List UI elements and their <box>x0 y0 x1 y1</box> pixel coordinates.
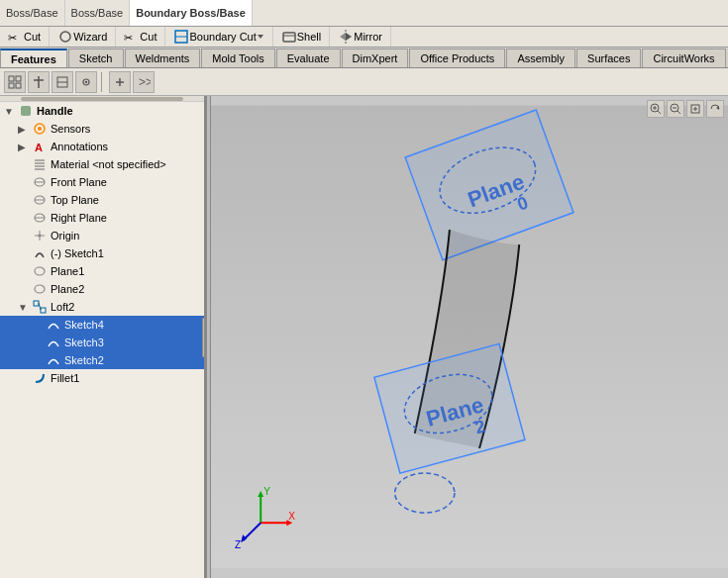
tab-office-products[interactable]: Office Products <box>409 48 505 67</box>
annotations-icon: A <box>32 140 48 153</box>
svg-rect-24 <box>21 106 31 116</box>
collapse-icon <box>55 75 69 89</box>
sketch4-icon <box>46 318 61 332</box>
zoom-fit-icon <box>689 103 701 115</box>
zoom-fit-btn[interactable] <box>686 100 704 118</box>
toolbar-boundary-cut[interactable]: Boundary Cut <box>165 27 272 47</box>
more-btn[interactable]: >> <box>133 71 155 93</box>
svg-text:Y: Y <box>263 486 270 497</box>
tree-expand-all-btn[interactable] <box>4 71 26 93</box>
sketch1-icon <box>32 246 48 260</box>
cut-icon: ✂ <box>8 29 24 45</box>
rotate-icon <box>709 103 721 115</box>
material-icon <box>32 157 48 171</box>
toolbar-wizard[interactable]: Wizard <box>50 27 116 47</box>
svg-rect-6 <box>283 33 295 42</box>
tree-item-sketch2[interactable]: Sketch2 <box>0 351 204 369</box>
feature-tree-panel: ▼ Handle ▶ Sensors ▶ A Annotations <box>0 96 206 578</box>
expand-handle-btn[interactable]: ▼ <box>4 106 18 117</box>
wizard-icon <box>57 29 73 45</box>
top-plane-icon <box>32 193 48 207</box>
zoom-out-btn[interactable] <box>667 100 684 118</box>
tree-item-plane1[interactable]: Plane1 <box>0 262 204 280</box>
tree-item-sensors[interactable]: ▶ Sensors <box>0 120 204 138</box>
expand-all-icon <box>8 75 22 89</box>
svg-text:✂: ✂ <box>8 32 17 44</box>
svg-line-72 <box>677 111 680 114</box>
collapse-btn[interactable] <box>52 71 73 93</box>
svg-rect-44 <box>41 308 46 313</box>
svg-point-20 <box>85 80 87 82</box>
boundary-cut-icon <box>173 29 189 45</box>
cross-btn[interactable] <box>109 71 131 93</box>
svg-marker-76 <box>716 106 719 110</box>
tree-item-plane2[interactable]: Plane2 <box>0 280 204 298</box>
svg-rect-11 <box>9 76 14 81</box>
svg-point-40 <box>39 235 42 238</box>
tree-item-fillet1[interactable]: Fillet1 <box>0 369 204 387</box>
breadcrumb-boss-base-2[interactable]: Boss/Base <box>65 0 131 26</box>
svg-line-69 <box>658 111 661 114</box>
title-bar: Boss/Base Boss/Base Boundary Boss/Base <box>0 0 728 27</box>
svg-text:>>: >> <box>139 75 151 89</box>
toolbar-mirror[interactable]: Mirror <box>330 27 391 47</box>
tab-assembly[interactable]: Assembly <box>506 48 575 67</box>
tree-item-top-plane[interactable]: Top Plane <box>0 191 204 209</box>
svg-text:A: A <box>35 142 43 153</box>
svg-rect-43 <box>34 301 39 306</box>
tab-features[interactable]: Features <box>0 48 67 67</box>
svg-text:✂: ✂ <box>124 32 133 44</box>
zoom-in-btn[interactable] <box>647 100 665 118</box>
toolbar-shell[interactable]: Shell <box>273 27 330 47</box>
svg-marker-10 <box>346 33 352 41</box>
expand-annotations-btn[interactable]: ▶ <box>18 142 32 152</box>
tree-item-sketch3[interactable]: Sketch3 <box>0 334 204 351</box>
tab-mold-tools[interactable]: Mold Tools <box>201 48 274 67</box>
more-icon: >> <box>137 75 151 89</box>
svg-text:X: X <box>288 511 295 522</box>
pin-btn[interactable] <box>28 71 50 93</box>
svg-point-41 <box>35 267 45 275</box>
fillet1-icon <box>32 371 48 385</box>
toolbar-cut[interactable]: ✂ Cut <box>0 27 50 47</box>
tab-dimxpert[interactable]: DimXpert <box>342 48 409 67</box>
svg-rect-14 <box>16 83 21 88</box>
tree-item-origin[interactable]: Origin <box>0 227 204 244</box>
gear-icon <box>79 75 93 89</box>
svg-rect-13 <box>9 83 14 88</box>
tree-item-handle[interactable]: ▼ Handle <box>0 102 204 120</box>
cross-icon <box>113 75 127 89</box>
panel-collapse-btn[interactable]: ◀ <box>202 318 206 357</box>
mirror-icon <box>338 29 354 45</box>
tree-item-right-plane[interactable]: Right Plane <box>0 209 204 227</box>
breadcrumb-boss-base-1[interactable]: Boss/Base <box>0 0 65 26</box>
tab-circuitworks[interactable]: CircuitWorks <box>642 48 725 67</box>
shell-icon <box>281 29 297 45</box>
gear-btn[interactable] <box>75 71 97 93</box>
tab-surfaces[interactable]: Surfaces <box>576 48 641 67</box>
expand-loft2-btn[interactable]: ▼ <box>18 302 32 313</box>
plane2-icon <box>32 282 48 296</box>
tree-item-sketch4[interactable]: Sketch4 <box>0 316 204 334</box>
tree-item-annotations[interactable]: ▶ A Annotations <box>0 138 204 155</box>
tree-item-sketch1[interactable]: (-) Sketch1 <box>0 244 204 262</box>
rotate-btn[interactable] <box>706 100 724 118</box>
svg-marker-5 <box>258 35 263 39</box>
tab-evaluate[interactable]: Evaluate <box>276 48 341 67</box>
tab-weldments[interactable]: Weldments <box>125 48 201 67</box>
zoom-in-icon <box>650 103 662 115</box>
tab-sketch[interactable]: Sketch <box>68 48 124 67</box>
expand-sensors-btn[interactable]: ▶ <box>18 124 32 135</box>
viewport[interactable]: Plane 0 Plane 2 <box>211 96 728 578</box>
breadcrumb-boundary-boss-base[interactable]: Boundary Boss/Base <box>130 0 253 26</box>
dropdown-arrow-icon <box>257 33 264 41</box>
zoom-out-icon <box>670 103 681 115</box>
toolbar-cut2[interactable]: ✂ Cut <box>116 27 165 47</box>
tree-item-material[interactable]: Material <not specified> <box>0 155 204 173</box>
main-area: ▼ Handle ▶ Sensors ▶ A Annotations <box>0 96 728 578</box>
sketch2-icon <box>46 353 61 367</box>
tabs-row: Features Sketch Weldments Mold Tools Eva… <box>0 48 728 68</box>
tree-item-front-plane[interactable]: Front Plane <box>0 173 204 191</box>
command-toolbar: ✂ Cut Wizard ✂ Cut Boundary Cut Shell Mi… <box>0 27 728 48</box>
tree-item-loft2[interactable]: ▼ Loft2 <box>0 298 204 316</box>
